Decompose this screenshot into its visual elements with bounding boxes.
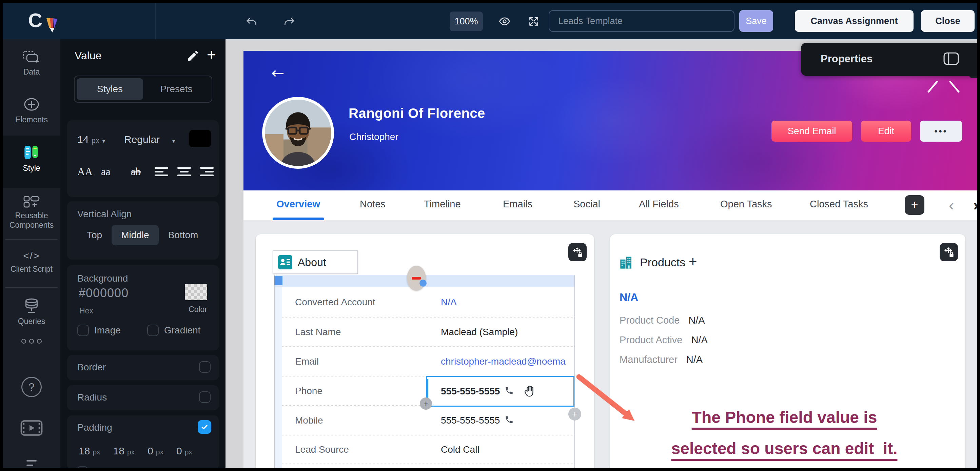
sidebar-divider	[5, 239, 58, 239]
tab-timeline[interactable]: Timeline	[424, 198, 461, 210]
strikethrough-button[interactable]: ab	[131, 166, 141, 178]
styles-presets-switcher: Styles Presets	[74, 76, 212, 103]
tab-notes[interactable]: Notes	[360, 198, 385, 210]
canvas-assignment-button[interactable]: Canvas Assignment	[795, 10, 913, 32]
move-lock-handle-icon[interactable]	[568, 243, 587, 261]
tab-closed-tasks[interactable]: Closed Tasks	[810, 198, 868, 210]
align-left-icon[interactable]	[154, 167, 170, 179]
font-size-dropdown[interactable]: 14 px ▾	[77, 134, 105, 145]
radius-checkbox[interactable]	[199, 392, 211, 403]
image-checkbox[interactable]: Image	[77, 325, 121, 336]
tabs-scroll-right-icon[interactable]: ›	[973, 196, 977, 214]
preview-eye-icon[interactable]	[498, 15, 511, 27]
builder-sidebar: Data Elements Style	[3, 39, 60, 468]
design-canvas: ←	[226, 39, 977, 468]
menu-handle-icon[interactable]	[27, 460, 37, 468]
panel-layout-icon[interactable]	[943, 52, 959, 65]
background-hex-value[interactable]: #000000	[79, 286, 129, 300]
tab-presets[interactable]: Presets	[143, 78, 210, 100]
move-lock-handle-icon[interactable]	[940, 243, 958, 261]
help-icon[interactable]: ?	[21, 377, 42, 397]
avatar[interactable]	[262, 97, 334, 169]
close-button[interactable]: Close	[921, 10, 975, 32]
background-color-swatch[interactable]	[185, 284, 207, 300]
table-row: Last Name Maclead (Sample)	[282, 317, 574, 346]
tab-styles[interactable]: Styles	[76, 78, 143, 100]
zoom-level[interactable]: 100%	[450, 11, 483, 31]
font-weight-dropdown[interactable]: Regular ▾	[124, 134, 175, 145]
blue-dot-handle[interactable]	[420, 279, 426, 287]
video-tutorials-icon[interactable]	[20, 420, 43, 436]
checkbox-icon	[147, 325, 159, 336]
table-drag-handle[interactable]	[274, 276, 282, 285]
contact-card-icon	[278, 255, 292, 270]
tab-emails[interactable]: Emails	[503, 198, 532, 210]
sidebar-item-data[interactable]: Data	[3, 51, 60, 76]
active-tab-underline	[273, 217, 324, 220]
uppercase-button[interactable]: AA	[77, 166, 92, 178]
about-section-label[interactable]: About	[273, 251, 358, 274]
lowercase-button[interactable]: aa	[101, 166, 111, 178]
record-title: Rangoni Of Florence	[348, 106, 485, 121]
products-building-icon	[619, 255, 634, 270]
checkbox-icon	[77, 325, 89, 336]
send-email-button[interactable]: Send Email	[772, 121, 852, 142]
more-options-icon[interactable]	[3, 339, 60, 344]
tab-open-tasks[interactable]: Open Tasks	[720, 198, 772, 210]
row-remove-control[interactable]	[407, 266, 426, 291]
border-checkbox[interactable]	[199, 361, 211, 373]
align-center-icon[interactable]	[177, 167, 192, 179]
sidebar-item-elements[interactable]: Elements	[3, 97, 60, 124]
add-field-below-icon[interactable]: +	[420, 398, 432, 410]
undo-icon[interactable]	[245, 15, 258, 27]
sidebar-item-style[interactable]: Style	[3, 145, 60, 173]
phone-icon[interactable]	[504, 386, 514, 396]
add-tab-button[interactable]: +	[905, 195, 924, 215]
elements-icon	[24, 97, 39, 112]
padding-checkbox-checked[interactable]	[198, 420, 211, 434]
table-row: Mobile 555-555-5555	[282, 405, 574, 435]
tab-all-fields[interactable]: All Fields	[639, 198, 679, 210]
gradient-checkbox[interactable]: Gradient	[147, 325, 200, 336]
tab-overview[interactable]: Overview	[276, 198, 320, 210]
save-button[interactable]: Save	[739, 10, 773, 32]
lead-record-preview: ←	[243, 51, 977, 468]
more-actions-button[interactable]: •••	[920, 121, 962, 142]
email-link[interactable]: christopher-maclead@noema	[441, 356, 566, 367]
font-color-swatch[interactable]	[189, 130, 211, 147]
add-style-icon[interactable]: +	[207, 45, 216, 64]
logo-arrow-icon	[46, 17, 59, 33]
sidebar-item-queries[interactable]: Queries	[3, 298, 60, 326]
tabs-scroll-left-icon[interactable]: ‹	[949, 196, 954, 214]
edit-button[interactable]: Edit	[861, 121, 911, 142]
valign-top-button[interactable]: Top	[77, 225, 111, 245]
table-row: Email christopher-maclead@noema	[282, 346, 574, 376]
fullscreen-icon[interactable]	[528, 15, 540, 27]
client-script-icon: </>	[3, 250, 60, 262]
converted-account-link[interactable]: N/A	[441, 297, 457, 308]
valign-middle-button[interactable]: Middle	[111, 225, 158, 245]
template-name-input[interactable]	[549, 10, 735, 32]
phone-field-selection[interactable]: 555-555-5555	[426, 376, 574, 407]
canvas-logo[interactable]: C	[28, 9, 65, 33]
record-first-name: Christopher	[349, 132, 398, 142]
phone-icon[interactable]	[504, 415, 514, 426]
add-product-icon[interactable]: +	[689, 254, 697, 270]
cropped-checkbox[interactable]	[77, 466, 88, 468]
back-arrow-icon[interactable]: ←	[271, 64, 285, 82]
padding-values[interactable]: 18px 18px 0px 0px	[79, 445, 192, 457]
valign-bottom-button[interactable]: Bottom	[159, 225, 208, 245]
radius-card: Radius	[67, 385, 219, 410]
sidebar-item-client-script[interactable]: </> Client Script	[3, 250, 60, 274]
annotation-text: The Phone field value is selected so use…	[625, 402, 944, 464]
align-right-icon[interactable]	[198, 167, 214, 179]
product-field-row: Product Active N/A	[619, 335, 708, 346]
edit-pencil-icon[interactable]	[186, 49, 200, 62]
tab-social[interactable]: Social	[573, 198, 600, 210]
redo-icon[interactable]	[283, 15, 296, 27]
sidebar-item-reusable-components[interactable]: Reusable Components	[3, 196, 60, 230]
style-properties-panel: Value + Styles Presets 14 px ▾ Regular ▾…	[60, 39, 226, 468]
table-row: Converted Account N/A	[282, 287, 574, 317]
record-tabbar: Overview Notes Timeline Emails Social Al…	[243, 190, 977, 220]
product-name-link[interactable]: N/A	[619, 291, 638, 304]
